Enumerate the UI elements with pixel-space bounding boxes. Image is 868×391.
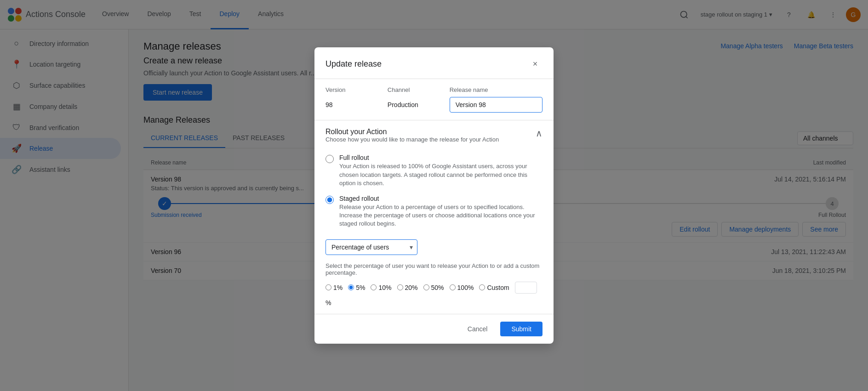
dialog-col-version: Version: [326, 86, 388, 93]
custom-percentage-input[interactable]: [515, 282, 537, 294]
cancel-button[interactable]: Cancel: [460, 322, 495, 336]
full-rollout-radio[interactable]: [326, 155, 334, 163]
pct-option-50: 50%: [423, 284, 444, 291]
dialog-release-name-cell: [450, 97, 542, 113]
dialog-header: Update release ×: [314, 47, 554, 79]
release-name-input[interactable]: [450, 97, 542, 113]
collapse-button[interactable]: ∧: [536, 128, 542, 139]
rollout-title: Rollout your Action: [326, 128, 499, 136]
rollout-desc: Choose how you would like to manage the …: [326, 136, 499, 143]
percentage-symbol: %: [326, 299, 331, 306]
pct-radio-1[interactable]: [326, 284, 331, 290]
pct-radio-custom[interactable]: [479, 284, 485, 290]
dialog-channel-value: Production: [388, 101, 450, 108]
staged-type-dropdown-wrapper: Percentage of users Specified locations …: [326, 239, 417, 255]
pct-radio-100[interactable]: [450, 284, 456, 290]
rollout-section: Rollout your Action Choose how you would…: [314, 120, 554, 313]
dialog-close-button[interactable]: ×: [528, 57, 542, 71]
staged-type-dropdown[interactable]: Percentage of users Specified locations: [326, 239, 417, 255]
pct-option-20: 20%: [397, 284, 418, 291]
percentage-options: 1% 5% 10% 20% 50%: [326, 282, 542, 306]
dialog-version-section: Version Channel Release name 98 Producti…: [314, 79, 554, 120]
pct-option-10: 10%: [371, 284, 391, 291]
pct-radio-10[interactable]: [371, 284, 377, 290]
dialog-version-value: 98: [326, 101, 388, 108]
update-release-dialog: Update release × Version Channel Release…: [314, 47, 554, 343]
modal-overlay: Update release × Version Channel Release…: [0, 0, 868, 391]
dialog-title: Update release: [326, 59, 382, 69]
dialog-footer: Cancel Submit: [314, 314, 554, 344]
staged-rollout-radio[interactable]: [326, 196, 334, 204]
staged-rollout-desc: Release your Action to a percentage of u…: [339, 203, 542, 228]
submit-button[interactable]: Submit: [500, 322, 542, 336]
dialog-col-channel: Channel: [388, 86, 450, 93]
pct-option-100: 100%: [450, 284, 474, 291]
pct-option-1: 1%: [326, 284, 343, 291]
pct-radio-5[interactable]: [348, 284, 354, 290]
pct-radio-50[interactable]: [423, 284, 429, 290]
full-rollout-desc: Your Action is released to 100% of Googl…: [339, 162, 542, 187]
dialog-col-release-name: Release name: [450, 86, 542, 93]
pct-option-5: 5%: [348, 284, 365, 291]
staged-rollout-label: Staged rollout: [339, 195, 542, 202]
full-rollout-label: Full rollout: [339, 154, 542, 161]
pct-option-custom: Custom: [479, 284, 509, 291]
percentage-description: Select the percentage of user you want t…: [326, 262, 542, 276]
pct-radio-20[interactable]: [397, 284, 403, 290]
staged-rollout-option: Staged rollout Release your Action to a …: [326, 195, 542, 228]
full-rollout-option: Full rollout Your Action is released to …: [326, 154, 542, 187]
